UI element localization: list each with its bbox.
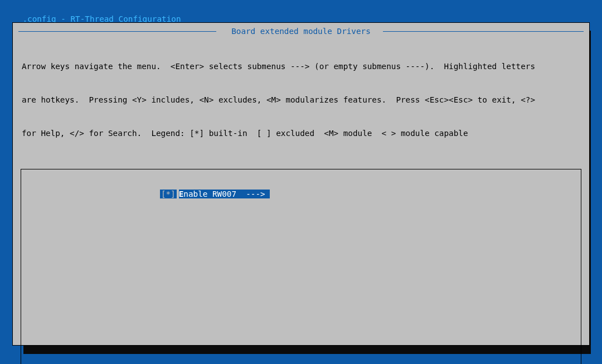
menu-box: [*] Enable RW007 ---> bbox=[21, 169, 581, 364]
help-line-3: for Help, </> for Search. Legend: [*] bu… bbox=[22, 128, 580, 139]
menu-item-enable-rw007[interactable]: [*] Enable RW007 ---> bbox=[122, 177, 581, 211]
title-rule-left bbox=[18, 31, 216, 32]
help-text: Arrow keys navigate the menu. <Enter> se… bbox=[18, 38, 584, 167]
menu-item-rest: nable RW007 ---> bbox=[183, 190, 265, 198]
help-line-1: Arrow keys navigate the menu. <Enter> se… bbox=[22, 61, 580, 72]
menu-item-label: Enable RW007 ---> bbox=[179, 190, 270, 198]
dialog-title: Board extended module Drivers bbox=[219, 26, 383, 37]
title-rule-right bbox=[383, 31, 584, 32]
help-line-2: are hotkeys. Pressing <Y> includes, <N> … bbox=[22, 94, 580, 105]
dialog: Board extended module Drivers Arrow keys… bbox=[12, 22, 590, 346]
menu-item-checkbox: [*] bbox=[160, 190, 177, 198]
dialog-title-row: Board extended module Drivers bbox=[18, 27, 584, 35]
